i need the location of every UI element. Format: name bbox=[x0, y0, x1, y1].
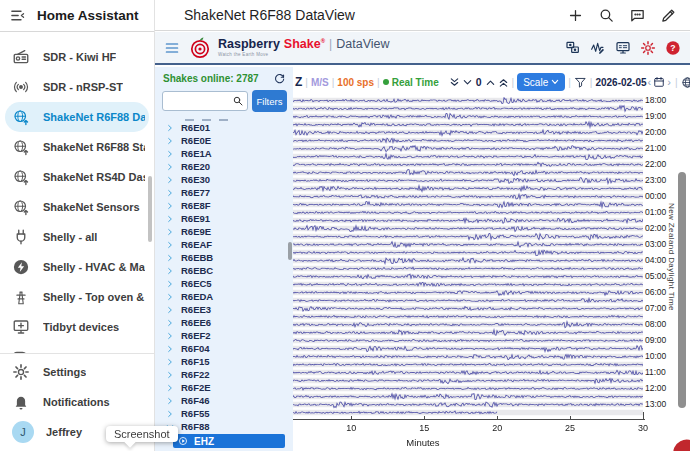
flash-circle-icon bbox=[12, 258, 30, 276]
chevron-down-icon[interactable] bbox=[462, 77, 473, 88]
hour-label: 04:00 bbox=[645, 256, 666, 265]
hour-label: 13:00 bbox=[645, 400, 666, 409]
filter-funnel-icon[interactable] bbox=[574, 76, 587, 89]
filters-button[interactable]: Filters bbox=[252, 90, 287, 112]
chevron-right-icon bbox=[166, 124, 174, 132]
double-chevron-down-icon[interactable] bbox=[449, 77, 460, 88]
globe-nav-icon bbox=[12, 138, 30, 156]
prev-day-button[interactable]: ‹ bbox=[648, 76, 652, 88]
sidebar-item-label: Settings bbox=[43, 366, 86, 378]
sidebar-item-label: Shelly - Top oven & Main fe... bbox=[43, 291, 145, 303]
sidebar-item[interactable]: Notifications bbox=[5, 387, 149, 417]
station-row[interactable]: R6EDA bbox=[166, 290, 287, 303]
sidebar-item[interactable]: Shelly - all bbox=[5, 222, 149, 252]
station-row[interactable]: R6E1A bbox=[166, 147, 287, 160]
sidebar-item[interactable]: Shelly - HVAC & Main oven bbox=[5, 252, 149, 282]
hour-label: 06:00 bbox=[645, 288, 666, 297]
station-row[interactable]: R6E9E bbox=[166, 225, 287, 238]
shakes-online-count: Shakes online: 2787 bbox=[163, 73, 273, 84]
sidebar-scrollbar[interactable] bbox=[148, 176, 152, 242]
chevron-right-icon bbox=[166, 371, 174, 379]
sidebar-item[interactable]: Settings bbox=[5, 357, 149, 387]
chevron-up-icon[interactable] bbox=[485, 77, 496, 88]
ha-sidebar-nav: SDR - Kiwi HF SDR - nRSP-ST ShakeNet R6F… bbox=[0, 32, 154, 372]
chat-icon[interactable] bbox=[629, 7, 646, 24]
tower-icon bbox=[12, 288, 30, 306]
sidebar-item-label: ShakeNet Sensors bbox=[43, 201, 140, 213]
ha-header: ShakeNet R6F88 DataView bbox=[155, 0, 690, 31]
screenshot-tooltip: Screenshot bbox=[106, 426, 178, 442]
station-row[interactable]: R6EAF bbox=[166, 238, 287, 251]
chevron-right-icon bbox=[166, 345, 174, 353]
add-icon[interactable] bbox=[567, 7, 584, 24]
station-row[interactable]: R6F2E bbox=[166, 381, 287, 394]
chevron-right-icon bbox=[166, 319, 174, 327]
search-icon[interactable] bbox=[598, 7, 615, 24]
station-row[interactable]: R6E8F bbox=[166, 199, 287, 212]
sidebar-item[interactable]: ShakeNet R6F88 DataView bbox=[5, 102, 149, 132]
stations-icon[interactable] bbox=[565, 40, 581, 56]
edit-icon[interactable] bbox=[660, 7, 677, 24]
station-row[interactable]: R6F55 bbox=[166, 407, 287, 420]
sidebar-item[interactable]: ShakeNet RS4D Dashboard bbox=[5, 162, 149, 192]
hour-label: 11:00 bbox=[645, 368, 666, 377]
plot-scrollbar-thumb[interactable] bbox=[678, 172, 686, 408]
hour-label: 23:00 bbox=[645, 176, 666, 185]
station-row[interactable]: R6E91 bbox=[166, 212, 287, 225]
scale-dropdown[interactable]: Scale bbox=[517, 73, 565, 91]
sidebar-item[interactable]: Tidbyt devices bbox=[5, 312, 149, 342]
station-row[interactable]: R6EBB bbox=[166, 251, 287, 264]
hour-label: 07:00 bbox=[645, 304, 666, 313]
chevron-right-icon bbox=[166, 215, 174, 223]
next-day-button[interactable]: › bbox=[667, 76, 671, 88]
channel-row-selected[interactable]: EHZ bbox=[173, 434, 285, 448]
station-code: R6F55 bbox=[181, 408, 210, 419]
sidebar-item[interactable]: Shelly - Top oven & Main fe... bbox=[5, 282, 149, 312]
station-row[interactable]: R6E30 bbox=[166, 173, 287, 186]
seismogram-traces[interactable] bbox=[293, 97, 643, 417]
hour-label: 01:00 bbox=[645, 208, 666, 217]
calendar-icon[interactable] bbox=[653, 76, 665, 88]
station-code: R6F22 bbox=[181, 369, 210, 380]
station-list-scrollbar[interactable] bbox=[288, 242, 292, 260]
page-title: ShakeNet R6F88 DataView bbox=[184, 7, 355, 23]
sidebar-toggle-icon[interactable] bbox=[9, 7, 26, 24]
station-row[interactable]: R6F22 bbox=[166, 368, 287, 381]
wave-pen-icon[interactable] bbox=[590, 40, 606, 56]
gear-icon[interactable] bbox=[640, 40, 656, 56]
sidebar-item[interactable]: SDR - Kiwi HF bbox=[5, 42, 149, 72]
station-row[interactable]: R6F04 bbox=[166, 342, 287, 355]
sidebar-item[interactable]: ShakeNet Sensors bbox=[5, 192, 149, 222]
double-chevron-up-icon[interactable] bbox=[498, 77, 509, 88]
station-row[interactable]: R6EC5 bbox=[166, 277, 287, 290]
station-code: R6E91 bbox=[181, 213, 210, 224]
brand-block: Raspberry Shake® | DataView Watch the Ea… bbox=[218, 38, 390, 57]
menu-icon[interactable] bbox=[164, 40, 180, 56]
station-row-expanded[interactable]: R6F88 bbox=[166, 420, 287, 433]
station-row[interactable]: R6EF2 bbox=[166, 329, 287, 342]
hour-label: 21:00 bbox=[645, 144, 666, 153]
station-row[interactable]: R6E20 bbox=[166, 160, 287, 173]
plot-scrollbar[interactable] bbox=[678, 67, 687, 451]
station-code: R6F15 bbox=[181, 356, 210, 367]
station-row[interactable]: R6F15 bbox=[166, 355, 287, 368]
sample-rate: 100 sps bbox=[337, 77, 374, 88]
help-icon[interactable]: ? bbox=[665, 40, 681, 56]
live-monitor-icon[interactable] bbox=[615, 40, 631, 56]
station-row[interactable]: R6EBC bbox=[166, 264, 287, 277]
station-row[interactable]: R6F46 bbox=[166, 394, 287, 407]
sidebar-item[interactable]: ShakeNet R6F88 StationView bbox=[5, 132, 149, 162]
station-row[interactable]: R6EE6 bbox=[166, 316, 287, 329]
globe-nav-icon bbox=[12, 108, 30, 126]
dataview-header: Raspberry Shake® | DataView Watch the Ea… bbox=[155, 32, 690, 65]
station-code: R6EF2 bbox=[181, 330, 211, 341]
station-row[interactable]: R6E01 bbox=[166, 121, 287, 134]
station-row[interactable]: R6EE3 bbox=[166, 303, 287, 316]
broadcast-icon bbox=[12, 78, 30, 96]
station-row[interactable]: R6E0E bbox=[166, 134, 287, 147]
units-toggle[interactable]: M/S bbox=[311, 77, 329, 88]
chevron-right-icon bbox=[166, 410, 174, 418]
sidebar-item[interactable]: SDR - nRSP-ST bbox=[5, 72, 149, 102]
station-row[interactable]: R6E77 bbox=[166, 186, 287, 199]
refresh-icon[interactable] bbox=[273, 72, 286, 85]
